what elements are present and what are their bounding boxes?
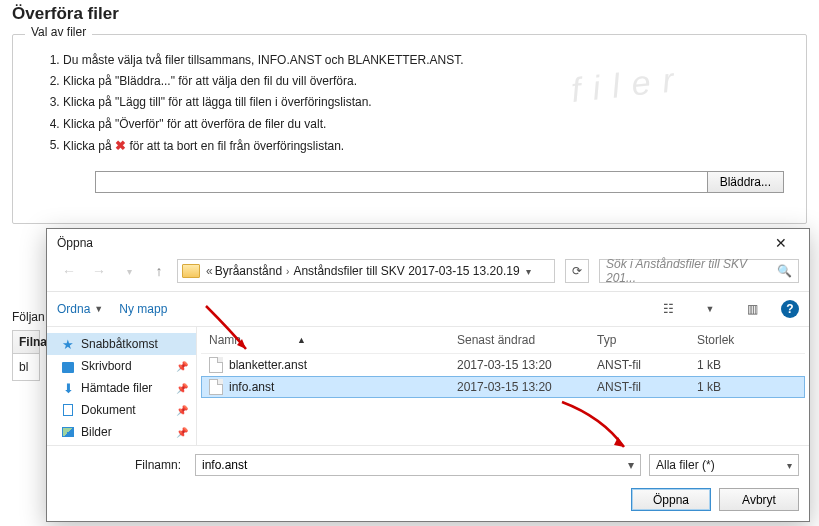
sidebar: ★ Snabbåtkomst Skrivbord 📌 ⬇ Hämtade fil…: [47, 327, 197, 445]
file-name: blanketter.anst: [229, 358, 307, 372]
download-icon: ⬇: [61, 381, 75, 395]
organize-menu[interactable]: Ordna ▼: [57, 302, 103, 316]
search-icon: 🔍: [777, 264, 792, 278]
pictures-icon: [62, 427, 74, 437]
close-icon[interactable]: ✕: [763, 235, 799, 251]
pin-icon: 📌: [176, 427, 188, 438]
view-dropdown-icon[interactable]: ▼: [697, 298, 723, 320]
document-icon: [63, 404, 73, 416]
filter-label: Alla filer (*): [656, 458, 715, 472]
page-title: Överföra filer: [12, 4, 807, 24]
breadcrumb-seg1[interactable]: Byråanstånd: [215, 264, 282, 278]
nav-back-icon[interactable]: ←: [57, 259, 81, 283]
file-icon: [209, 357, 223, 373]
help-icon[interactable]: ?: [781, 300, 799, 318]
file-row[interactable]: blanketter.anst 2017-03-15 13:20 ANST-fi…: [201, 354, 805, 376]
chevron-down-icon: ▾: [787, 460, 792, 471]
file-date: 2017-03-15 13:20: [457, 358, 597, 372]
breadcrumb-dropdown-icon[interactable]: ▾: [520, 266, 537, 277]
open-button[interactable]: Öppna: [631, 488, 711, 511]
filename-input-field[interactable]: [196, 458, 623, 472]
desktop-icon: [62, 362, 74, 371]
instruction-item: Klicka på ✖ för att ta bort en fil från …: [63, 136, 784, 157]
fieldset-legend: Val av filer: [25, 25, 92, 39]
sidebar-item-label: Bilder: [81, 425, 112, 439]
column-header-type[interactable]: Typ: [597, 333, 697, 347]
nav-up-icon[interactable]: ↑: [147, 259, 171, 283]
sidebar-item-label: Snabbåtkomst: [81, 337, 158, 351]
nav-history-icon[interactable]: ▾: [117, 259, 141, 283]
breadcrumb[interactable]: « Byråanstånd › Anståndsfiler till SKV 2…: [177, 259, 555, 283]
sidebar-item-label: Hämtade filer: [81, 381, 152, 395]
file-list: Namn ▲ Senast ändrad Typ Storlek blanket…: [197, 327, 809, 445]
open-file-dialog: Öppna ✕ ← → ▾ ↑ « Byråanstånd › Anstånds…: [46, 228, 810, 522]
organize-label: Ordna: [57, 302, 90, 316]
file-size: 1 kB: [697, 380, 797, 394]
view-details-icon[interactable]: ☷: [655, 298, 681, 320]
instruction5-prefix: Klicka på: [63, 138, 115, 152]
cancel-button[interactable]: Avbryt: [719, 488, 799, 511]
pin-icon: 📌: [176, 383, 188, 394]
preview-pane-icon[interactable]: ▥: [739, 298, 765, 320]
sidebar-item-label: Dokument: [81, 403, 136, 417]
following-label: Följan: [12, 310, 45, 324]
browse-button[interactable]: Bläddra...: [707, 171, 784, 193]
file-icon: [209, 379, 223, 395]
filename-history-icon[interactable]: ▾: [623, 458, 640, 472]
file-type-filter[interactable]: Alla filer (*) ▾: [649, 454, 799, 476]
sidebar-item-desktop[interactable]: Skrivbord 📌: [47, 355, 196, 377]
pin-icon: 📌: [176, 405, 188, 416]
instruction-item: Klicka på "Lägg till" för att lägga till…: [63, 93, 784, 112]
sidebar-item-downloads[interactable]: ⬇ Hämtade filer 📌: [47, 377, 196, 399]
filename-label: Filnamn:: [57, 458, 187, 472]
sidebar-item-label: Skrivbord: [81, 359, 132, 373]
file-selection-fieldset: Val av filer filer Du måste välja två fi…: [12, 34, 807, 224]
file-type: ANST-fil: [597, 358, 697, 372]
breadcrumb-seg2[interactable]: Anståndsfiler till SKV 2017-03-15 13.20.…: [293, 264, 519, 278]
file-queue-table: Filnam bl: [12, 330, 40, 381]
chevron-down-icon: ▼: [94, 304, 103, 314]
file-row[interactable]: info.anst 2017-03-15 13:20 ANST-fil 1 kB: [201, 376, 805, 398]
file-path-field[interactable]: [95, 171, 707, 193]
file-name: info.anst: [229, 380, 274, 394]
refresh-icon[interactable]: ⟳: [565, 259, 589, 283]
dialog-title: Öppna: [57, 236, 763, 250]
delete-x-icon: ✖: [115, 136, 126, 157]
instruction-item: Du måste välja två filer tillsammans, IN…: [63, 51, 784, 70]
file-queue-header: Filnam: [13, 331, 39, 354]
pin-icon: 📌: [176, 361, 188, 372]
instruction-item: Klicka på "Bläddra..." för att välja den…: [63, 72, 784, 91]
breadcrumb-overflow[interactable]: «: [204, 264, 215, 278]
new-folder-button[interactable]: Ny mapp: [119, 302, 167, 316]
folder-icon: [182, 264, 200, 278]
column-header-size[interactable]: Storlek: [697, 333, 797, 347]
instruction-item: Klicka på "Överför" för att överföra de …: [63, 115, 784, 134]
sidebar-item-quickaccess[interactable]: ★ Snabbåtkomst: [47, 333, 196, 355]
instructions-list: Du måste välja två filer tillsammans, IN…: [35, 51, 784, 157]
search-input[interactable]: Sök i Anståndsfiler till SKV 201... 🔍: [599, 259, 799, 283]
file-date: 2017-03-15 13:20: [457, 380, 597, 394]
column-header-date[interactable]: Senast ändrad: [457, 333, 597, 347]
star-icon: ★: [61, 337, 75, 351]
sidebar-item-pictures[interactable]: Bilder 📌: [47, 421, 196, 443]
search-placeholder: Sök i Anståndsfiler till SKV 201...: [606, 257, 777, 285]
column-header-name[interactable]: Namn ▲: [209, 333, 457, 347]
file-queue-cell: bl: [13, 354, 39, 380]
file-size: 1 kB: [697, 358, 797, 372]
chevron-right-icon: ›: [282, 266, 293, 277]
sort-asc-icon: ▲: [297, 335, 306, 345]
file-type: ANST-fil: [597, 380, 697, 394]
nav-forward-icon[interactable]: →: [87, 259, 111, 283]
instruction5-tail: för att ta bort en fil från överföringsl…: [129, 138, 344, 152]
sidebar-item-documents[interactable]: Dokument 📌: [47, 399, 196, 421]
filename-input[interactable]: ▾: [195, 454, 641, 476]
